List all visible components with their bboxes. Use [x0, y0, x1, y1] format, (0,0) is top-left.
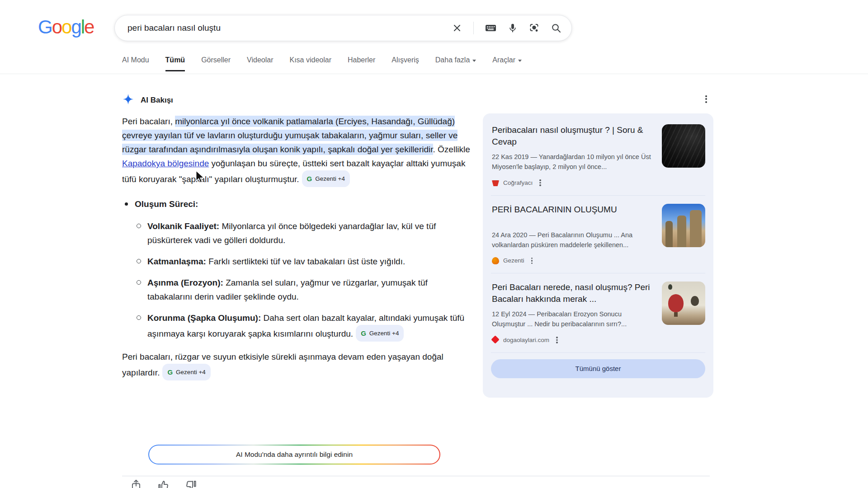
list-item: Aşınma (Erozyon): Zamanla sel suları, ya… — [135, 276, 471, 304]
google-logo[interactable]: Google — [38, 16, 94, 38]
gezenti-favicon-icon — [492, 257, 499, 264]
source-card-snippet: 12 Eyl 2024 — Peribacaları Erozyon Sonuc… — [492, 309, 655, 329]
ai-overview-paragraph: Peri bacaları, milyonlarca yıl önce volk… — [122, 114, 471, 187]
tab-tumu[interactable]: Tümü — [165, 56, 185, 71]
gezenti-logo-icon: G — [361, 326, 366, 340]
list-item: Korunma (Şapka Oluşumu): Daha sert olan … — [135, 311, 471, 342]
logo-letter: o — [52, 16, 61, 38]
ai-mode-button[interactable]: AI Modu'nda daha ayrıntılı bilgi edinin — [148, 445, 440, 465]
feedback-buttons — [130, 479, 471, 488]
clear-icon[interactable] — [452, 23, 462, 33]
tab-label: Araçlar — [492, 56, 515, 64]
thumb-shape — [691, 296, 699, 306]
thumbs-up-icon[interactable] — [157, 479, 170, 488]
source-chip-label: Gezenti +4 — [369, 326, 399, 340]
gezenti-logo-icon: G — [167, 365, 173, 379]
tab-haberler[interactable]: Haberler — [348, 56, 375, 70]
thumb-shape — [668, 284, 672, 290]
ai-overview-closing-paragraph: Peri bacaları, rüzgar ve suyun etkisiyle… — [122, 350, 471, 380]
source-card-thumbnail[interactable] — [662, 204, 705, 247]
kapadokya-link[interactable]: Kapadokya bölgesinde — [122, 159, 209, 168]
source-card[interactable]: Peribacaları nasıl oluşmuştur ? | Soru &… — [483, 116, 713, 195]
source-chip-label: Gezenti +4 — [176, 365, 206, 379]
source-card-snippet: 22 Kas 2019 — Yanardağlardan 10 milyon y… — [492, 152, 655, 172]
ai-overview-panel: AI Bakışı Peri bacaları, milyonlarca yıl… — [122, 93, 471, 488]
ai-overview-menu-button[interactable] — [703, 92, 710, 106]
tab-ai-modu[interactable]: AI Modu — [122, 56, 149, 70]
share-icon[interactable] — [130, 479, 142, 488]
list-heading: Oluşum Süreci: Volkanik Faaliyet: Milyon… — [122, 197, 471, 342]
tab-daha-fazla[interactable]: Daha fazla — [435, 56, 476, 70]
list-item: Katmanlaşma: Farklı sertlikteki tüf ve l… — [135, 254, 471, 268]
source-card-title[interactable]: Peri Bacaları nerede, nasıl oluşmuş? Per… — [492, 282, 655, 305]
tab-label: Tümü — [165, 56, 185, 64]
ai-sparkle-icon — [122, 93, 134, 107]
tab-label: Alışveriş — [392, 56, 419, 64]
thumb-shape — [690, 210, 702, 247]
search-query-text[interactable]: peri bacaları nasıl oluştu — [127, 23, 452, 33]
tab-alisveris[interactable]: Alışveriş — [392, 56, 419, 70]
tab-label: Görseller — [201, 56, 231, 64]
ai-overview-sources-sidebar: Peribacaları nasıl oluşmuştur ? | Soru &… — [483, 113, 713, 398]
logo-letter: g — [71, 16, 80, 38]
results-bottom-divider — [122, 476, 710, 476]
tab-label: Kısa videolar — [289, 56, 331, 64]
chevron-down-icon — [472, 60, 476, 62]
source-card-title[interactable]: PERİ BACALARININ OLUŞUMU — [492, 204, 655, 216]
tab-label: Videolar — [247, 56, 273, 64]
source-card-thumbnail[interactable] — [662, 282, 705, 325]
source-card-domain: Gezenti — [503, 257, 524, 264]
source-card[interactable]: Peri Bacaları nerede, nasıl oluşmuş? Per… — [483, 273, 713, 352]
source-card-thumbnail[interactable] — [662, 124, 705, 168]
source-card-menu-button[interactable] — [528, 255, 536, 267]
source-card-menu-button[interactable] — [553, 334, 561, 346]
google-lens-icon[interactable] — [528, 23, 540, 33]
source-chip[interactable]: GGezenti +4 — [356, 325, 404, 342]
source-card[interactable]: PERİ BACALARININ OLUŞUMU 24 Ara 2020 — P… — [483, 196, 713, 273]
header-divider — [0, 74, 868, 74]
search-input[interactable]: peri bacaları nasıl oluştu — [114, 15, 572, 41]
results-tab-bar: AI Modu Tümü Görseller Videolar Kısa vid… — [122, 56, 522, 71]
ai-mode-button-label: AI Modu'nda daha ayrıntılı bilgi edinin — [149, 446, 439, 464]
dogaolaylari-favicon-icon — [492, 336, 499, 343]
thumbs-down-icon[interactable] — [185, 479, 197, 488]
chevron-down-icon — [518, 60, 522, 62]
logo-letter: o — [61, 16, 71, 38]
thumb-shape — [665, 221, 673, 247]
thumb-shape — [668, 294, 684, 312]
source-card-domain: Coğrafyacı — [503, 179, 533, 186]
google-search-results-page: Google peri bacaları nasıl oluştu AI Mod… — [0, 0, 868, 488]
tab-kisa-videolar[interactable]: Kısa videolar — [289, 56, 331, 70]
tab-label: Daha fazla — [435, 56, 470, 64]
tab-label: Haberler — [348, 56, 375, 64]
thumb-shape — [677, 216, 686, 247]
logo-letter: l — [81, 16, 84, 38]
tab-label: AI Modu — [122, 56, 149, 64]
tab-gorseller[interactable]: Görseller — [201, 56, 231, 70]
search-icon[interactable] — [551, 23, 561, 33]
logo-letter: e — [84, 16, 94, 38]
logo-letter: G — [38, 16, 52, 38]
source-card-domain: dogaolaylari.com — [503, 337, 549, 343]
source-chip-label: Gezenti +4 — [315, 172, 345, 186]
ai-overview-title: AI Bakışı — [141, 96, 173, 105]
source-card-menu-button[interactable] — [537, 177, 544, 189]
search-divider — [473, 22, 474, 34]
keyboard-icon[interactable] — [485, 23, 497, 33]
source-card-title[interactable]: Peribacaları nasıl oluşmuştur ? | Soru &… — [492, 124, 655, 148]
card-divider — [491, 352, 705, 353]
cografyaci-favicon-icon — [492, 179, 499, 186]
tab-videolar[interactable]: Videolar — [247, 56, 273, 70]
microphone-icon[interactable] — [508, 23, 518, 33]
source-card-snippet: 24 Ara 2020 — Peri Bacalarının Oluşumu .… — [492, 230, 655, 250]
source-chip[interactable]: GGezenti +4 — [162, 364, 210, 380]
source-chip[interactable]: GGezenti +4 — [302, 170, 350, 187]
list-item: Volkanik Faaliyet: Milyonlarca yıl önce … — [135, 219, 471, 247]
tab-araclar[interactable]: Araçlar — [492, 56, 522, 70]
gezenti-logo-icon: G — [307, 172, 312, 186]
formation-process-list: Oluşum Süreci: Volkanik Faaliyet: Milyon… — [122, 197, 471, 342]
show-all-button[interactable]: Tümünü göster — [491, 359, 705, 378]
